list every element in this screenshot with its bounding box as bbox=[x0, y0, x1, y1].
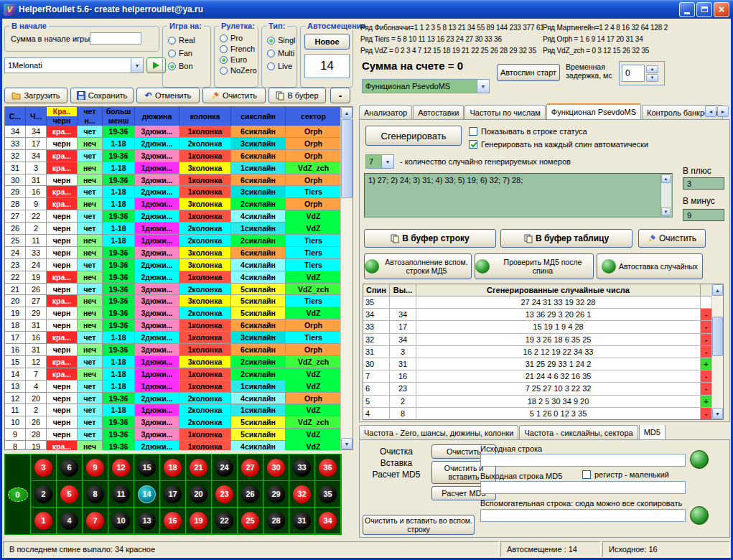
table-row[interactable]: 819кра...неч19-362дюжи...1колонка4сиклай… bbox=[5, 441, 353, 450]
save-button[interactable]: Сохранить bbox=[70, 88, 134, 103]
md5-output-input[interactable] bbox=[480, 481, 686, 494]
tab-2[interactable]: Частоты по числам bbox=[464, 105, 545, 119]
board-cell-10[interactable]: 10 bbox=[108, 508, 134, 534]
board-cell-32[interactable]: 32 bbox=[289, 481, 315, 508]
board-cell-35[interactable]: 35 bbox=[315, 481, 341, 508]
generated-numbers-table[interactable]: Спин Вы... Сгенерированные случайные чис… bbox=[363, 284, 724, 420]
table-row[interactable]: 2722чернчет19-362дюжи...1колонка4сиклайн… bbox=[5, 210, 353, 223]
board-cell-34[interactable]: 34 bbox=[315, 508, 341, 534]
clear-button[interactable]: Очистить bbox=[202, 88, 266, 103]
board-cell-31[interactable]: 31 bbox=[289, 508, 315, 534]
radio-option-nozero[interactable]: NoZero bbox=[220, 66, 257, 75]
function-select[interactable]: Функционал PsevdoMS ▼ bbox=[362, 79, 490, 93]
board-cell-23[interactable]: 23 bbox=[212, 481, 238, 508]
radio-option-live[interactable]: Live bbox=[267, 62, 295, 70]
spins-history-table[interactable]: С...Ч...Кра..чернчетн...большменшдюжинак… bbox=[4, 106, 353, 450]
undo-button[interactable]: ↶ Отменить bbox=[136, 88, 200, 103]
gen-row[interactable]: 5218 2 5 30 34 9 20+ bbox=[363, 396, 723, 408]
table-row[interactable]: 2511черннеч1-181дюжи...2колонка2сиклайнT… bbox=[5, 235, 353, 247]
chevron-down-icon[interactable]: ▼ bbox=[131, 58, 143, 73]
scroll-up-button[interactable]: ▲ bbox=[712, 284, 723, 296]
table-row[interactable]: 2126чернчет19-363дюжи...2колонка5сиклайн… bbox=[5, 284, 353, 296]
gen-row[interactable]: 6237 25 27 10 3 22 32- bbox=[363, 383, 723, 395]
table-row[interactable]: 134чернчет1-181дюжи...1колонка1сиклайнVd… bbox=[5, 381, 353, 393]
copy-table-button[interactable]: В буфер таблицу bbox=[500, 229, 632, 248]
gen-row[interactable]: 323419 3 26 18 6 35 25- bbox=[363, 334, 723, 346]
scroll-down-button[interactable]: ▼ bbox=[712, 408, 723, 419]
checkbox-icon[interactable] bbox=[469, 140, 477, 149]
freq-tab-2[interactable]: MD5 bbox=[639, 425, 666, 439]
textarea-scrollbar[interactable]: ▲ ▼ bbox=[660, 174, 671, 216]
table-row[interactable]: 928чернчет19-363дюжи...1колонка5сиклайнV… bbox=[5, 429, 353, 441]
remove-button[interactable]: - bbox=[330, 88, 350, 103]
delay-value-input[interactable]: 0 bbox=[622, 65, 645, 82]
checkbox-icon[interactable] bbox=[582, 470, 591, 479]
freq-tab-1[interactable]: Частота - сикслайны, сектора bbox=[519, 425, 638, 439]
chevron-down-icon[interactable]: ▼ bbox=[381, 155, 393, 168]
board-cell-28[interactable]: 28 bbox=[263, 508, 289, 534]
board-cell-9[interactable]: 9 bbox=[83, 454, 108, 481]
board-cell-29[interactable]: 29 bbox=[263, 481, 289, 508]
spin-down-button[interactable]: ▼ bbox=[646, 74, 658, 82]
new-button[interactable]: Новое bbox=[304, 34, 350, 50]
board-cell-12[interactable]: 12 bbox=[108, 454, 134, 481]
scroll-down-button[interactable]: ▼ bbox=[661, 207, 671, 216]
table-row[interactable]: 3317черннеч1-182дюжи...2колонка3сиклайнO… bbox=[5, 138, 353, 150]
board-cell-14[interactable]: 14 bbox=[134, 481, 160, 508]
table-row[interactable]: 289кра...неч1-181дюжи...3колонка2сиклайн… bbox=[5, 198, 353, 210]
board-cell-24[interactable]: 24 bbox=[212, 454, 238, 481]
clear-generated-button[interactable]: Очистить bbox=[638, 229, 706, 248]
table-row[interactable]: 3234кра...чет19-363дюжи...1колонка6сикла… bbox=[5, 150, 353, 162]
autobet-button[interactable]: Автоставка случайных bbox=[597, 253, 703, 279]
table-row[interactable]: 2219кра...неч19-362дюжи...1колонка4сикла… bbox=[5, 271, 353, 284]
table-row[interactable]: 2916кра...чет1-182дюжи...1колонка3сиклай… bbox=[5, 186, 353, 198]
copy-row-button[interactable]: В буфер строку bbox=[364, 229, 496, 248]
board-cell-21[interactable]: 21 bbox=[186, 454, 212, 481]
tab-3[interactable]: Функционал PsevdoMS bbox=[546, 103, 641, 119]
board-cell-26[interactable]: 26 bbox=[238, 481, 263, 508]
md5-source-input[interactable] bbox=[480, 454, 686, 467]
table-row[interactable]: 3031черннеч19-363дюжи...1колонка6сиклайн… bbox=[5, 174, 353, 187]
gen-row[interactable]: 331715 19 1 9 4 28- bbox=[363, 321, 723, 333]
board-cell-30[interactable]: 30 bbox=[263, 454, 289, 481]
table-row[interactable]: 1929черннеч19-363дюжи...2колонка5сиклайн… bbox=[5, 307, 353, 319]
generated-numbers-area[interactable]: 1) 27; 2) 24; 3) 31; 4) 33; 5) 19; 6) 32… bbox=[364, 173, 673, 218]
board-cell-25[interactable]: 25 bbox=[238, 508, 263, 534]
profile-select[interactable]: 1Melonati ▼ bbox=[4, 57, 144, 73]
table-row[interactable]: 112чернчет1-181дюжи...2колонка1сиклайнVd… bbox=[5, 404, 353, 416]
board-cell-20[interactable]: 20 bbox=[186, 481, 212, 508]
board-cell-7[interactable]: 7 bbox=[83, 508, 108, 534]
radio-option-fan[interactable]: Fan bbox=[168, 49, 195, 57]
table-scrollbar[interactable]: ▲ ▼ bbox=[340, 107, 353, 449]
table-row[interactable]: 3434кра...чет19-363дюжи...1колонка6сикла… bbox=[5, 126, 353, 138]
close-button[interactable]: × bbox=[714, 2, 729, 17]
title-bar[interactable]: V HelperRoullet 5.6- create helperroulle… bbox=[0, 0, 733, 19]
board-cell-2[interactable]: 2 bbox=[31, 481, 57, 508]
board-cell-15[interactable]: 15 bbox=[134, 454, 160, 481]
radio-option-multi[interactable]: Multi bbox=[267, 49, 295, 57]
table-row[interactable]: 2433черннеч19-363дюжи...3колонка6сиклайн… bbox=[5, 247, 353, 259]
start-sum-input[interactable] bbox=[90, 32, 141, 45]
table-row[interactable]: 1831черннеч19-363дюжи...1колонка6сиклайн… bbox=[5, 319, 353, 332]
table-row[interactable]: 1716кра...чет1-182дюжи...1колонка3сиклай… bbox=[5, 332, 353, 344]
radio-option-bon[interactable]: Bon bbox=[168, 62, 195, 70]
board-cell-22[interactable]: 22 bbox=[212, 508, 238, 534]
check-md5-button[interactable]: Проверить МД5 после спина bbox=[475, 253, 594, 279]
board-cell-19[interactable]: 19 bbox=[186, 508, 212, 534]
scroll-up-button[interactable]: ▲ bbox=[341, 107, 353, 118]
tabs-scroll-left-button[interactable]: ◄ bbox=[705, 106, 716, 117]
radio-option-pro[interactable]: Pro bbox=[220, 34, 257, 42]
board-cell-11[interactable]: 11 bbox=[108, 481, 134, 508]
spin-up-button[interactable]: ▲ bbox=[646, 65, 658, 73]
md5-clear-paste-aux-button[interactable]: Очистить и вставить во вспом. строку bbox=[363, 515, 475, 535]
gen-row[interactable]: 3527 24 31 33 19 32 28 bbox=[363, 297, 723, 309]
table-row[interactable]: 2027кра...неч19-363дюжи...3колонка5сикла… bbox=[5, 295, 353, 307]
board-cell-36[interactable]: 36 bbox=[315, 454, 341, 481]
radio-option-euro[interactable]: Euro bbox=[220, 55, 257, 64]
tab-1[interactable]: Автоставки bbox=[413, 105, 464, 119]
gen-row[interactable]: 485 1 26 0 12 3 35- bbox=[363, 408, 723, 419]
maximize-button[interactable] bbox=[696, 2, 712, 17]
tab-0[interactable]: Анализатор bbox=[359, 105, 412, 119]
table-row[interactable]: 1026чернчет19-363дюжи...2колонка5сиклайн… bbox=[5, 416, 353, 429]
gen-row[interactable]: 343413 36 29 3 20 26 1- bbox=[363, 309, 723, 321]
